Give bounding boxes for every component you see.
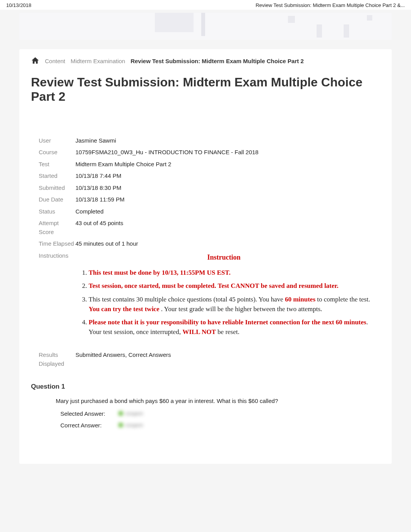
due-date-value: 10/13/18 11:59 PM (75, 195, 372, 204)
question-title: Question 1 (31, 383, 380, 391)
banner-shape (367, 15, 372, 21)
instruction-text: This test must be done by 10/13, 11:55PM… (89, 269, 231, 276)
results-displayed-value: Submitted Answers, Correct Answers (75, 351, 372, 360)
instructions-heading: Instruction (75, 252, 372, 263)
banner-shape (288, 16, 295, 23)
started-label: Started (39, 172, 75, 181)
correct-answer-value: coupon (125, 422, 143, 428)
breadcrumb-current: Review Test Submission: Midterm Exam Mul… (130, 58, 303, 64)
question-block: Question 1 Mary just purchased a bond wh… (31, 381, 380, 429)
user-value: Jasmine Sawmi (75, 136, 372, 145)
status-label: Status (39, 207, 75, 216)
instruction-item: This test contains 30 multiple choice qu… (89, 295, 372, 314)
selected-answer-value: coupon (125, 410, 143, 417)
instructions-label: Instructions (39, 251, 75, 260)
instructions-list: This test must be done by 10/13, 11:55PM… (75, 268, 372, 337)
instruction-text: be reset. (216, 328, 240, 336)
time-elapsed-label: Time Elapsed (39, 239, 75, 248)
user-label: User (39, 136, 75, 145)
test-info-panel: User Jasmine Sawmi Course 10759FSMA210_0… (31, 127, 380, 374)
instruction-text: You can try the test twice (89, 305, 159, 313)
print-date: 10/13/2018 (6, 2, 31, 8)
banner-shape (317, 24, 322, 38)
instruction-text: to complete the test. (315, 296, 370, 303)
time-elapsed-value: 45 minutes out of 1 hour (75, 239, 372, 248)
test-value: Midterm Exam Multiple Choice Part 2 (75, 160, 372, 169)
breadcrumb-content[interactable]: Content (45, 58, 65, 64)
correct-indicator-icon (118, 411, 123, 416)
correct-indicator-icon (118, 423, 123, 427)
submitted-label: Submitted (39, 184, 75, 193)
page-title: Review Test Submission: Midterm Exam Mul… (19, 75, 392, 115)
question-text: Mary just purchased a bond which pays $6… (56, 398, 380, 404)
instruction-text: . Your test grade will be the higher bet… (159, 305, 322, 313)
submitted-value: 10/13/18 8:30 PM (75, 184, 372, 193)
selected-answer-value-blurred: coupon (118, 410, 149, 417)
due-date-label: Due Date (39, 195, 75, 204)
results-displayed-label: Results Displayed (39, 351, 75, 368)
course-banner (19, 13, 392, 40)
print-doc-title: Review Test Submission: Midterm Exam Mul… (255, 2, 405, 8)
instruction-text: Test session, once started, must be comp… (89, 282, 339, 289)
selected-answer-label: Selected Answer: (60, 410, 118, 417)
started-value: 10/13/18 7:44 PM (75, 172, 372, 181)
instruction-text: This test contains 30 multiple choice qu… (89, 296, 285, 303)
status-value: Completed (75, 207, 372, 216)
attempt-score-value: 43 out of 45 points (75, 219, 372, 228)
instruction-text: Please note that it is your responsibili… (89, 319, 366, 326)
banner-shape (155, 13, 194, 32)
banner-shape (201, 13, 205, 36)
banner-shape (344, 24, 349, 38)
instruction-text: WILL NOT (182, 328, 216, 336)
course-label: Course (39, 148, 75, 157)
breadcrumb-midterm-examination[interactable]: Midterm Examination (71, 58, 125, 64)
instruction-item: This test must be done by 10/13, 11:55PM… (89, 268, 372, 278)
course-value: 10759FSMA210_0W3_Hu - INTRODUCTION TO FI… (75, 148, 372, 157)
breadcrumb: Content Midterm Examination Review Test … (19, 49, 392, 75)
attempt-score-label: Attempt Score (39, 219, 75, 236)
correct-answer-label: Correct Answer: (60, 422, 118, 429)
instruction-text: 60 minutes (285, 296, 315, 303)
correct-answer-row: Correct Answer: coupon (60, 421, 380, 429)
correct-answer-value-blurred: coupon (118, 421, 149, 429)
instruction-item: Test session, once started, must be comp… (89, 281, 372, 291)
instruction-item: Please note that it is your responsibili… (89, 318, 372, 337)
selected-answer-row: Selected Answer: coupon (60, 410, 380, 417)
test-label: Test (39, 160, 75, 169)
home-icon[interactable] (31, 56, 39, 66)
